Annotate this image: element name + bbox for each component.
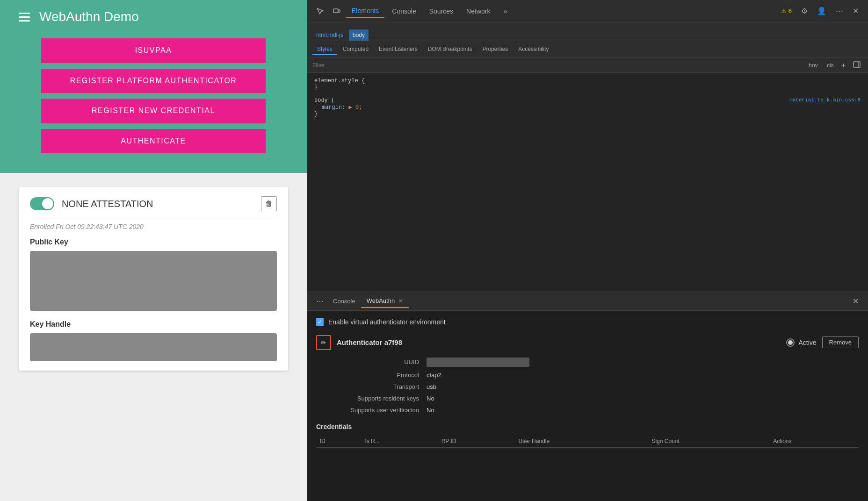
active-radio-button[interactable]: [786, 338, 795, 347]
toggle-switch[interactable]: [30, 197, 54, 210]
enable-virtual-auth-checkbox[interactable]: ✓: [316, 318, 324, 326]
credential-card: NONE ATTESTATION 🗑 Enrolled Fri Oct 09 2…: [19, 187, 288, 371]
hamburger-menu-icon[interactable]: [19, 13, 30, 21]
public-key-label: Public Key: [30, 238, 277, 246]
protocol-value: ctap2: [427, 372, 441, 379]
close-bottom-panel-icon[interactable]: ✕: [849, 294, 862, 308]
isuvpaa-button[interactable]: ISUVPAA: [41, 38, 266, 63]
authenticate-button[interactable]: AUTHENTICATE: [41, 129, 266, 154]
styles-subtabs: Styles Computed Event Listeners DOM Brea…: [307, 41, 868, 58]
col-user-handle: User Handle: [514, 435, 648, 448]
enrolled-date: Enrolled Fri Oct 09 22:43:47 UTC 2020: [30, 223, 277, 230]
tab-bottom-webauthn[interactable]: WebAuthn ✕: [361, 294, 409, 308]
tab-properties[interactable]: Properties: [477, 44, 513, 55]
tab-computed[interactable]: Computed: [338, 44, 373, 55]
transport-value: usb: [427, 383, 436, 390]
tab-sources[interactable]: Sources: [424, 5, 459, 18]
html-tag[interactable]: html.mdl-js: [312, 29, 347, 41]
svg-rect-1: [338, 10, 340, 12]
tab-more[interactable]: »: [498, 5, 513, 18]
close-devtools-icon[interactable]: ✕: [849, 4, 862, 18]
svg-rect-0: [333, 9, 338, 13]
remove-authenticator-button[interactable]: Remove: [822, 336, 859, 348]
uuid-value: [427, 358, 529, 367]
styles-content: element.style { } body { material.te…k.m…: [307, 73, 868, 292]
inspect-element-icon[interactable]: [312, 5, 327, 18]
device-toggle-icon[interactable]: [329, 5, 344, 18]
credentials-title: Credentials: [316, 423, 859, 430]
col-is-r: Is R...: [362, 435, 438, 448]
add-style-rule[interactable]: +: [839, 60, 847, 71]
col-actions: Actions: [769, 435, 859, 448]
active-label: Active: [798, 339, 816, 346]
tab-network[interactable]: Network: [461, 5, 496, 18]
toggle-sidebar[interactable]: [851, 60, 862, 71]
elements-tabs: html.mdl-js body: [307, 22, 868, 41]
devtools-topbar: Elements Console Sources Network » ⚠ 6 ⚙…: [307, 0, 868, 22]
delete-credential-button[interactable]: 🗑: [261, 196, 277, 211]
transport-label: Transport: [316, 383, 419, 390]
register-credential-button[interactable]: REGISTER NEW CREDENTIAL: [41, 99, 266, 123]
tab-accessibility[interactable]: Accessibility: [514, 44, 553, 55]
enable-virtual-auth-row: ✓ Enable virtual authenticator environme…: [316, 318, 859, 326]
register-platform-button[interactable]: REGISTER PLATFORM AUTHENTICATOR: [41, 69, 266, 93]
key-handle-value: [30, 333, 277, 361]
delete-icon: 🗑: [265, 200, 273, 208]
resident-keys-label: Supports resident keys: [316, 395, 419, 402]
public-key-value: [30, 251, 277, 311]
body-tag[interactable]: body: [349, 29, 369, 41]
authenticator-row: ✏ Authenticator a7f98 Active Remove: [316, 335, 859, 350]
webauthn-tab-close[interactable]: ✕: [398, 298, 403, 304]
svg-rect-2: [854, 62, 860, 67]
credentials-table: ID Is R... RP ID User Handle Sign Count …: [316, 435, 859, 448]
hover-state-filter[interactable]: :hov: [805, 61, 820, 70]
pencil-icon: ✏: [321, 339, 326, 346]
tab-dom-breakpoints[interactable]: DOM Breakpoints: [423, 44, 477, 55]
tab-elements[interactable]: Elements: [346, 4, 384, 18]
authenticator-name: Authenticator a7f98: [337, 338, 781, 346]
col-id: ID: [316, 435, 362, 448]
tab-event-listeners[interactable]: Event Listeners: [374, 44, 422, 55]
credentials-section: Credentials ID Is R... RP ID User Handle…: [316, 423, 859, 448]
edit-authenticator-button[interactable]: ✏: [316, 335, 331, 350]
bottom-tabs: ⋯ Console WebAuthn ✕ ✕: [307, 292, 868, 311]
webauthn-panel: ✓ Enable virtual authenticator environme…: [307, 311, 868, 501]
col-sign-count: Sign Count: [648, 435, 769, 448]
app-title: WebAuthn Demo: [39, 9, 139, 24]
warnings-badge[interactable]: ⚠ 6: [777, 5, 796, 17]
key-handle-label: Key Handle: [30, 320, 277, 329]
tab-bottom-console[interactable]: Console: [327, 295, 361, 308]
bottom-panel-dots[interactable]: ⋯: [312, 297, 327, 306]
class-filter[interactable]: .cls: [824, 61, 836, 70]
more-options-icon[interactable]: ⋯: [832, 4, 847, 18]
active-radio-group: Active: [786, 338, 816, 347]
user-verification-value: No: [427, 407, 434, 414]
tab-console[interactable]: Console: [386, 5, 421, 18]
col-rp-id: RP ID: [438, 435, 515, 448]
uuid-label: UUID: [316, 358, 419, 365]
enable-virtual-auth-label: Enable virtual authenticator environment: [328, 318, 446, 326]
credential-title: NONE ATTESTATION: [62, 199, 153, 209]
protocol-label: Protocol: [316, 372, 419, 379]
resident-keys-value: No: [427, 395, 434, 402]
user-feedback-icon[interactable]: 👤: [813, 4, 830, 18]
styles-filter-input[interactable]: [312, 62, 802, 69]
authenticator-details: UUID Protocol ctap2 Transport usb Suppor…: [316, 358, 859, 414]
settings-icon[interactable]: ⚙: [797, 4, 811, 18]
tab-styles[interactable]: Styles: [312, 44, 337, 55]
user-verification-label: Supports user verification: [316, 407, 419, 414]
